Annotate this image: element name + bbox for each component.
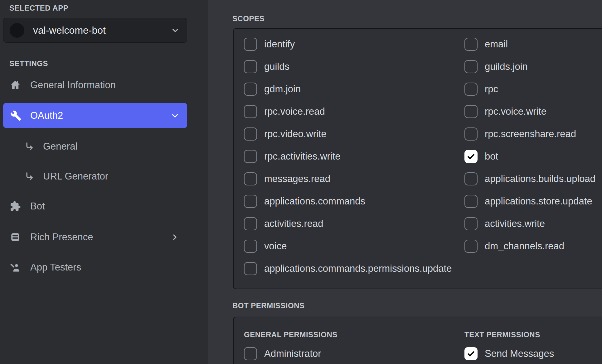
sidebar-item-label: URL Generator: [43, 171, 108, 182]
scope-label: applications.store.update: [485, 196, 592, 207]
check-icon: [467, 152, 475, 161]
list-icon: [9, 231, 21, 243]
scope-label: activities.write: [485, 218, 545, 229]
app-name: val-welcome-bot: [33, 25, 106, 36]
scope-row: applications.commands: [244, 194, 464, 208]
scope-label: identify: [264, 39, 295, 50]
sidebar-item-label: App Testers: [30, 262, 81, 273]
scope-row: messages.read: [244, 172, 464, 186]
scope-checkbox-applications-commands-permissions-update[interactable]: [244, 262, 257, 275]
scope-label: dm_channels.read: [485, 241, 564, 252]
scopes-card: identifyguildsgdm.joinrpc.voice.readrpc.…: [233, 28, 602, 289]
bot-permissions-title: BOT PERMISSIONS: [232, 301, 305, 310]
sidebar-item-bot[interactable]: Bot: [3, 194, 187, 218]
scope-checkbox-applications-commands[interactable]: [244, 195, 257, 208]
scope-checkbox-voice[interactable]: [244, 240, 257, 253]
permission-row: Send Messages: [464, 347, 600, 361]
sidebar-item-label: OAuth2: [30, 110, 63, 121]
sidebar-item-rich-presence[interactable]: Rich Presence: [3, 225, 187, 249]
scope-checkbox-bot[interactable]: [464, 150, 478, 163]
scope-checkbox-rpc[interactable]: [464, 83, 478, 96]
scope-label: rpc.activities.write: [264, 151, 341, 162]
scope-checkbox-gdm-join[interactable]: [244, 83, 257, 96]
scope-checkbox-messages-read[interactable]: [244, 172, 257, 185]
permissions-column-general: GENERAL PERMISSIONS Administrator: [244, 330, 464, 364]
bot-permissions-card: GENERAL PERMISSIONS Administrator TEXT P…: [233, 317, 602, 364]
scope-row: applications.builds.upload: [464, 172, 600, 186]
scope-row: rpc.voice.read: [244, 105, 464, 118]
scope-row: email: [464, 37, 600, 51]
scope-row: activities.write: [464, 217, 600, 231]
scope-label: voice: [264, 241, 287, 252]
scope-checkbox-applications-store-update[interactable]: [464, 195, 478, 208]
branch-arrow-icon: [23, 141, 35, 152]
home-icon: [9, 79, 21, 91]
sidebar-item-label: General Information: [30, 79, 116, 91]
scope-row: dm_channels.read: [464, 239, 600, 253]
scope-label: applications.commands: [264, 196, 365, 207]
sidebar: SELECTED APP val-welcome-bot SETTINGS Ge…: [0, 0, 208, 364]
settings-label: SETTINGS: [9, 59, 48, 68]
scope-row: rpc: [464, 82, 600, 96]
sidebar-item-label: Bot: [30, 201, 45, 212]
scope-label: email: [485, 39, 508, 50]
scope-checkbox-dm-channels-read[interactable]: [464, 240, 478, 253]
scope-row: rpc.video.write: [244, 127, 464, 141]
scopes-column-left: identifyguildsgdm.joinrpc.voice.readrpc.…: [244, 37, 464, 284]
permission-checkbox-send-messages[interactable]: [464, 347, 478, 360]
scope-label: rpc.voice.read: [264, 106, 325, 117]
scope-row: rpc.screenshare.read: [464, 127, 600, 141]
scope-checkbox-rpc-activities-write[interactable]: [244, 150, 257, 163]
app-avatar: [10, 23, 24, 38]
scope-checkbox-activities-read[interactable]: [244, 217, 257, 230]
person-wave-icon: [9, 261, 21, 273]
scope-row: applications.store.update: [464, 194, 600, 208]
chevron-down-icon: [171, 26, 180, 35]
scope-row: bot: [464, 150, 600, 163]
scope-label: rpc.voice.write: [485, 106, 546, 117]
scope-row: applications.commands.permissions.update: [244, 262, 464, 275]
scope-checkbox-rpc-screenshare-read[interactable]: [464, 127, 478, 141]
sidebar-item-general-information[interactable]: General Information: [3, 73, 187, 97]
scope-label: messages.read: [264, 173, 330, 184]
check-icon: [467, 349, 475, 358]
scope-checkbox-rpc-video-write[interactable]: [244, 127, 257, 141]
scope-label: rpc: [485, 84, 498, 95]
main-content: SCOPES identifyguildsgdm.joinrpc.voice.r…: [208, 0, 602, 364]
scope-row: guilds.join: [464, 60, 600, 74]
scope-label: guilds: [264, 61, 289, 72]
scope-checkbox-applications-builds-upload[interactable]: [464, 172, 478, 185]
sidebar-item-label: General: [43, 141, 77, 152]
scope-row: voice: [244, 239, 464, 253]
permission-checkbox-administrator[interactable]: [244, 347, 257, 360]
scope-checkbox-activities-write[interactable]: [464, 217, 478, 230]
scope-label: activities.read: [264, 218, 323, 229]
scope-checkbox-guilds-join[interactable]: [464, 60, 478, 73]
scope-checkbox-rpc-voice-write[interactable]: [464, 105, 478, 118]
scope-row: activities.read: [244, 217, 464, 231]
puzzle-icon: [9, 200, 21, 212]
sidebar-subitem-general[interactable]: General: [3, 134, 187, 159]
sidebar-item-label: Rich Presence: [30, 232, 93, 243]
sidebar-item-oauth2[interactable]: OAuth2: [3, 103, 187, 128]
scopes-column-right: emailguilds.joinrpcrpc.voice.writerpc.sc…: [464, 37, 600, 284]
scope-row: rpc.activities.write: [244, 150, 464, 163]
scope-checkbox-email[interactable]: [464, 38, 478, 51]
scope-checkbox-identify[interactable]: [244, 38, 257, 51]
scope-checkbox-rpc-voice-read[interactable]: [244, 105, 257, 118]
permissions-column-header: GENERAL PERMISSIONS: [244, 330, 464, 339]
selected-app-label: SELECTED APP: [9, 4, 68, 12]
sidebar-subitem-url-generator[interactable]: URL Generator: [3, 164, 187, 189]
scope-row: rpc.voice.write: [464, 105, 600, 118]
scope-label: rpc.screenshare.read: [485, 128, 576, 140]
scope-row: identify: [244, 37, 464, 51]
permissions-column-header: TEXT PERMISSIONS: [464, 330, 600, 339]
scope-label: applications.builds.upload: [485, 173, 595, 184]
scope-row: gdm.join: [244, 82, 464, 96]
sidebar-item-app-testers[interactable]: App Testers: [3, 255, 187, 280]
branch-arrow-icon: [23, 170, 35, 182]
app-selector-dropdown[interactable]: val-welcome-bot: [3, 18, 187, 43]
scope-label: gdm.join: [264, 84, 301, 95]
scope-label: bot: [485, 151, 498, 162]
scope-checkbox-guilds[interactable]: [244, 60, 257, 73]
